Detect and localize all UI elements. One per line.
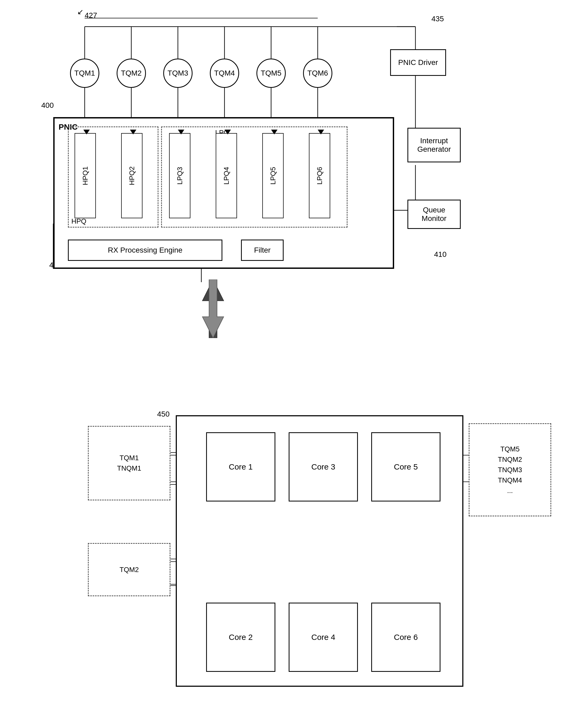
core5-box: Core 5 bbox=[371, 432, 440, 501]
core1-box: Core 1 bbox=[206, 432, 275, 501]
ref-410: 410 bbox=[434, 250, 447, 259]
ref-450: 450 bbox=[157, 410, 170, 418]
arrow-lpq4 bbox=[225, 130, 231, 134]
diagram-container: 427 435 400 430 425 420 410 405 450 ↙ TQ… bbox=[0, 0, 584, 728]
ref-427: 427 bbox=[85, 11, 97, 20]
pnic-driver-box: PNIC Driver bbox=[390, 49, 446, 76]
core4-box: Core 4 bbox=[289, 603, 358, 672]
tqm5-circle: TQM5 bbox=[256, 58, 286, 88]
tqm4-circle: TQM4 bbox=[210, 58, 239, 88]
rx-processing-box: RX Processing Engine bbox=[68, 239, 222, 261]
arrow-lpq3 bbox=[178, 130, 184, 134]
ref-435: 435 bbox=[431, 15, 444, 23]
lpq3-col: LPQ3 bbox=[169, 133, 191, 218]
lpq4-col: LPQ4 bbox=[216, 133, 237, 218]
double-arrow-svg bbox=[192, 280, 234, 338]
arrow-hpq1 bbox=[83, 130, 90, 134]
host-box: Core 1 Core 3 Core 5 Core 2 Core 4 Core … bbox=[176, 415, 463, 687]
core2-box: Core 2 bbox=[206, 603, 275, 672]
ref-400: 400 bbox=[41, 101, 54, 110]
tqm2-circle: TQM2 bbox=[117, 58, 146, 88]
core6-box: Core 6 bbox=[371, 603, 440, 672]
hpq2-col: HPQ2 bbox=[121, 133, 143, 218]
interrupt-gen-box: Interrupt Generator bbox=[407, 128, 461, 162]
tqm2-box: TQM2 bbox=[88, 543, 171, 596]
tqm1-circle: TQM1 bbox=[70, 58, 99, 88]
arrow-lpq6 bbox=[318, 130, 324, 134]
core3-box: Core 3 bbox=[289, 432, 358, 501]
arrow-hpq2 bbox=[130, 130, 136, 134]
tqm6-circle: TQM6 bbox=[303, 58, 332, 88]
tqm3-circle: TQM3 bbox=[163, 58, 193, 88]
pnic-outer-box: PNIC HPQ LPQ HPQ1 HPQ2 LPQ3 LPQ4 LPQ5 bbox=[53, 117, 394, 269]
filter-box: Filter bbox=[241, 239, 284, 261]
hpq1-col: HPQ1 bbox=[75, 133, 96, 218]
tqm5-group-box: TQM5 TNQM2 TNQM3 TNQM4 ... bbox=[469, 423, 551, 516]
tqm1-tnqm1-box: TQM1 TNQM1 bbox=[88, 426, 171, 500]
arrow-lpq5 bbox=[271, 130, 278, 134]
svg-marker-34 bbox=[202, 280, 224, 338]
lpq5-col: LPQ5 bbox=[262, 133, 284, 218]
lpq6-col: LPQ6 bbox=[309, 133, 330, 218]
queue-monitor-box: Queue Monitor bbox=[407, 200, 461, 229]
bracket-427-label: ↙ bbox=[77, 7, 83, 16]
hpq-region-label: HPQ bbox=[71, 217, 86, 226]
